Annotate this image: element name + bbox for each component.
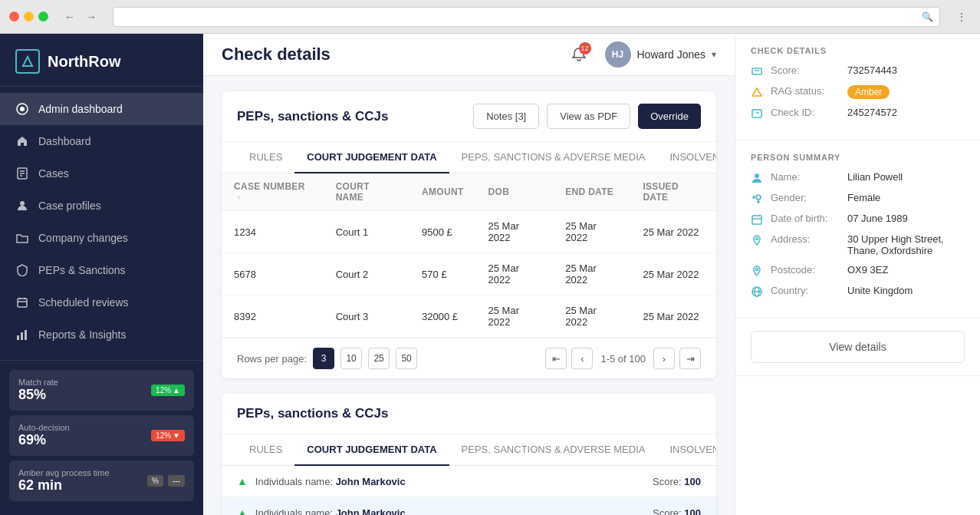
prev-page-button[interactable]: ‹ xyxy=(571,348,593,369)
tab-insolvencies-2[interactable]: INSOLVENCIES xyxy=(657,434,716,466)
cell-court-name: Court 2 xyxy=(324,253,409,295)
tab-rules-2[interactable]: RULES xyxy=(237,434,294,466)
tab-rules-1[interactable]: RULES xyxy=(237,142,294,173)
tabs-1: RULES COURT JUDGEMENT DATA PEPS, SANCTIO… xyxy=(222,142,716,173)
check-details-section: CHECK DETAILS Score: 732574443 RAG statu… xyxy=(735,34,980,140)
cell-amount: 9500 £ xyxy=(409,211,475,253)
person-name-icon xyxy=(751,172,763,184)
override-button[interactable]: Override xyxy=(638,104,701,129)
page-size-3[interactable]: 3 xyxy=(313,348,334,369)
sidebar-item-peps-sanctions[interactable]: PEPs & Sanctions xyxy=(0,254,203,286)
section-card-2: PEPs, sanctions & CCJs RULES COURT JUDGE… xyxy=(222,394,716,515)
sidebar-item-company-changes[interactable]: Company changes xyxy=(0,222,203,254)
expand-icon: ▲ xyxy=(237,475,248,487)
stat-card-match-rate: Match rate 85% 12% ▲ xyxy=(9,370,194,411)
section-header-2: PEPs, sanctions & CCJs xyxy=(222,394,716,434)
view-as-pdf-button[interactable]: View as PDF xyxy=(547,104,630,129)
tab-court-judgement-1[interactable]: COURT JUDGEMENT DATA xyxy=(294,142,449,173)
score-text: Score: 100 xyxy=(653,507,701,516)
tab-peps-sanctions-media-2[interactable]: PEPS, SANCTIONS & ADVERSE MEDIA xyxy=(449,434,658,466)
browser-menu[interactable]: ⋮ xyxy=(952,8,971,26)
maximize-dot[interactable] xyxy=(38,12,48,21)
check-id-label: Check ID: xyxy=(771,107,840,118)
detail-row-dob: Date of birth: 07 June 1989 xyxy=(751,213,965,226)
close-dot[interactable] xyxy=(9,12,19,21)
sidebar: NorthRow Admin dashboard Dashboard Cases xyxy=(0,34,203,515)
expand-row[interactable]: ▲ Individuals name: John Markovic Score:… xyxy=(222,497,716,515)
amber-avg-value: 62 min xyxy=(18,477,110,494)
rows-per-page-label: Rows per page: xyxy=(237,353,307,365)
address-bar[interactable]: 🔍 xyxy=(113,7,940,27)
table-container-1: CASE NUMBER ↑ COURT NAME AMOUNT DOB END … xyxy=(222,173,716,338)
cell-amount: 32000 £ xyxy=(409,295,475,338)
svg-rect-8 xyxy=(18,299,27,307)
sidebar-item-reports-insights[interactable]: Reports & Insights xyxy=(0,319,203,351)
table-row: 1234 Court 1 9500 £ 25 Mar 2022 25 Mar 2… xyxy=(222,211,716,253)
minimize-dot[interactable] xyxy=(24,12,34,21)
window-controls xyxy=(9,12,48,21)
next-page-button[interactable]: › xyxy=(653,348,675,369)
col-case-number: CASE NUMBER ↑ xyxy=(222,173,324,211)
browser-navigation: ← → xyxy=(61,8,100,26)
check-id-value: 245274572 xyxy=(847,107,897,118)
section-header-1: PEPs, sanctions & CCJs Notes [3] View as… xyxy=(222,91,716,142)
detail-row-name: Name: Lilian Powell xyxy=(751,171,965,184)
person-summary-title: PERSON SUMMARY xyxy=(751,153,965,162)
cell-issued-date: 25 Mar 2022 xyxy=(630,211,716,253)
sidebar-item-case-profiles[interactable]: Case profiles xyxy=(0,190,203,222)
back-button[interactable]: ← xyxy=(61,8,79,26)
tabs-2: RULES COURT JUDGEMENT DATA PEPS, SANCTIO… xyxy=(222,434,716,466)
score-icon xyxy=(751,65,763,78)
notes-button[interactable]: Notes [3] xyxy=(473,104,539,129)
stat-card-auto-decision: Auto-decision 69% 12% ▼ xyxy=(9,415,194,456)
user-info[interactable]: HJ Howard Jones ▾ xyxy=(605,41,717,68)
name-value: Lilian Powell xyxy=(847,171,903,183)
score-value: 732574443 xyxy=(847,64,897,76)
country-icon xyxy=(751,286,763,298)
rag-label: RAG status: xyxy=(771,85,840,97)
detail-row-rag: RAG status: Amber xyxy=(751,85,965,99)
col-dob: DOB xyxy=(476,173,554,211)
section-title-1: PEPs, sanctions & CCJs xyxy=(237,109,388,124)
last-page-button[interactable]: ⇥ xyxy=(679,348,701,369)
page-size-10[interactable]: 10 xyxy=(340,348,362,369)
cell-dob: 25 Mar 2022 xyxy=(476,295,554,338)
rag-badge: Amber xyxy=(847,85,890,99)
page-size-50[interactable]: 50 xyxy=(396,348,417,369)
svg-point-20 xyxy=(755,173,759,178)
sidebar-item-label-peps: PEPs & Sanctions xyxy=(38,264,126,276)
detail-row-checkid: Check ID: 245274572 xyxy=(751,107,965,120)
sidebar-item-cases[interactable]: Cases xyxy=(0,157,203,190)
tab-court-judgement-2[interactable]: COURT JUDGEMENT DATA xyxy=(294,434,449,466)
forward-button[interactable]: → xyxy=(82,8,100,26)
search-icon: 🔍 xyxy=(922,12,933,22)
amber-avg-badge: % xyxy=(147,475,163,487)
svg-marker-0 xyxy=(23,57,32,66)
sidebar-item-scheduled-reviews[interactable]: Scheduled reviews xyxy=(0,286,203,319)
sort-icon[interactable]: ↑ xyxy=(237,193,241,202)
cell-end-date: 25 Mar 2022 xyxy=(553,211,630,253)
user-name: Howard Jones xyxy=(637,48,706,61)
sidebar-stats: Match rate 85% 12% ▲ Auto-decision 69% 1… xyxy=(0,360,203,515)
sidebar-item-dashboard[interactable]: Dashboard xyxy=(0,125,203,157)
page-size-25[interactable]: 25 xyxy=(368,348,390,369)
gender-label: Gender: xyxy=(771,192,840,203)
notification-bell[interactable]: 12 xyxy=(565,41,593,68)
expand-row[interactable]: ▲ Individuals name: John Markovic Score:… xyxy=(222,466,716,497)
tab-insolvencies-1[interactable]: INSOLVENCIES xyxy=(657,142,716,173)
first-page-button[interactable]: ⇤ xyxy=(545,348,567,369)
svg-point-7 xyxy=(20,201,25,206)
cell-issued-date: 25 Mar 2022 xyxy=(630,253,716,295)
tab-peps-sanctions-media-1[interactable]: PEPS, SANCTIONS & ADVERSE MEDIA xyxy=(449,142,658,173)
dob-value: 07 June 1989 xyxy=(847,213,908,224)
country-value: Unite Kingdom xyxy=(847,285,913,296)
view-details-button[interactable]: View details xyxy=(751,331,965,363)
sidebar-logo: NorthRow xyxy=(0,34,203,87)
court-judgement-table: CASE NUMBER ↑ COURT NAME AMOUNT DOB END … xyxy=(222,173,716,338)
file-icon xyxy=(15,167,29,180)
detail-row-country: Country: Unite Kingdom xyxy=(751,285,965,298)
top-bar: Check details 12 HJ Howard Jones ▾ xyxy=(203,34,735,76)
sidebar-item-admin-dashboard[interactable]: Admin dashboard xyxy=(0,93,203,125)
postcode-label: Postcode: xyxy=(771,264,840,276)
main-content: Check details 12 HJ Howard Jones ▾ xyxy=(203,34,735,515)
